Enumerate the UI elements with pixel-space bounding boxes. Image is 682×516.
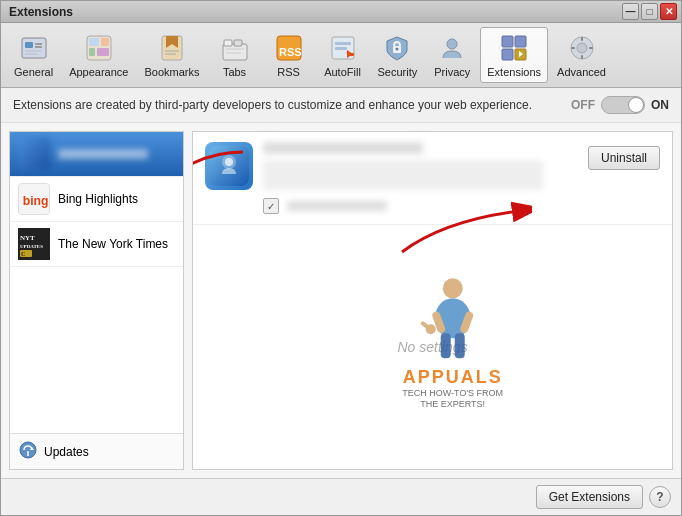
svg-rect-32 xyxy=(502,49,513,60)
svg-text:bing: bing xyxy=(23,194,49,208)
svg-rect-17 xyxy=(234,40,242,46)
svg-text:UPDATES: UPDATES xyxy=(20,244,43,249)
advanced-label: Advanced xyxy=(557,66,606,78)
svg-rect-7 xyxy=(89,38,99,46)
toolbar: General Appearance xyxy=(1,23,681,88)
toggle-off-label: OFF xyxy=(571,98,595,112)
description-text: Extensions are created by third-party de… xyxy=(13,97,571,114)
svg-rect-8 xyxy=(101,38,109,46)
svg-rect-24 xyxy=(335,47,347,50)
toolbar-item-advanced[interactable]: Advanced xyxy=(550,27,613,83)
maximize-button[interactable]: □ xyxy=(641,3,658,20)
svg-text:RSS: RSS xyxy=(279,46,302,58)
appearance-icon xyxy=(83,32,115,64)
rss-icon: RSS xyxy=(273,32,305,64)
svg-rect-39 xyxy=(589,47,593,49)
autofill-label: AutoFill xyxy=(324,66,361,78)
general-icon xyxy=(18,32,50,64)
svg-rect-38 xyxy=(571,47,575,49)
bottom-bar: Get Extensions ? xyxy=(1,478,681,515)
svg-text:NYT: NYT xyxy=(20,234,35,242)
rss-label: RSS xyxy=(277,66,300,78)
extensions-toggle[interactable] xyxy=(601,96,645,114)
bing-name: Bing Highlights xyxy=(58,192,138,206)
uninstall-button[interactable]: Uninstall xyxy=(588,146,660,170)
left-panel: bing Bing Highlights NYT UPDATES xyxy=(9,131,184,470)
extension-detail-name xyxy=(263,142,423,154)
svg-point-28 xyxy=(396,48,399,51)
toolbar-item-appearance[interactable]: Appearance xyxy=(62,27,135,83)
svg-rect-1 xyxy=(25,42,33,48)
nyt-name: The New York Times xyxy=(58,237,168,251)
window-title: Extensions xyxy=(9,5,73,19)
toolbar-item-privacy[interactable]: Privacy xyxy=(426,27,478,83)
bing-icon: bing xyxy=(18,183,50,215)
extensions-window: Extensions — □ ✕ General xyxy=(0,0,682,516)
extensions-label: Extensions xyxy=(487,66,541,78)
svg-rect-9 xyxy=(89,48,95,56)
svg-point-29 xyxy=(447,39,457,49)
selected-ext-icon xyxy=(18,138,50,170)
appearance-label: Appearance xyxy=(69,66,128,78)
toggle-knob xyxy=(628,97,644,113)
arrow-2 xyxy=(392,182,532,262)
svg-rect-37 xyxy=(581,55,583,59)
toolbar-item-security[interactable]: Security xyxy=(371,27,425,83)
svg-rect-23 xyxy=(335,42,351,45)
toggle-area: OFF ON xyxy=(571,96,669,114)
updates-label: Updates xyxy=(44,445,89,459)
toolbar-item-general[interactable]: General xyxy=(7,27,60,83)
svg-point-50 xyxy=(27,454,29,456)
extensions-icon xyxy=(498,32,530,64)
main-panels: bing Bing Highlights NYT UPDATES xyxy=(1,123,681,478)
svg-rect-26 xyxy=(348,53,354,56)
window-controls: — □ ✕ xyxy=(622,3,677,20)
svg-rect-10 xyxy=(97,48,109,56)
no-settings-text: No settings xyxy=(397,339,467,355)
minimize-button[interactable]: — xyxy=(622,3,639,20)
list-item[interactable] xyxy=(10,132,183,177)
help-button[interactable]: ? xyxy=(649,486,671,508)
title-bar: Extensions — □ ✕ xyxy=(1,1,681,23)
svg-rect-0 xyxy=(22,38,46,58)
security-icon xyxy=(381,32,413,64)
bookmarks-icon xyxy=(156,32,188,64)
toolbar-item-tabs[interactable]: Tabs xyxy=(209,27,261,83)
advanced-icon xyxy=(566,32,598,64)
ext-detail-checkbox: ✓ xyxy=(263,198,279,214)
svg-point-53 xyxy=(225,158,233,166)
toolbar-item-bookmarks[interactable]: Bookmarks xyxy=(137,27,206,83)
toolbar-item-rss[interactable]: RSS RSS xyxy=(263,27,315,83)
content-area: Extensions are created by third-party de… xyxy=(1,88,681,478)
svg-text:C: C xyxy=(21,251,25,257)
updates-icon xyxy=(18,440,38,463)
svg-rect-31 xyxy=(515,36,526,47)
svg-point-35 xyxy=(577,43,587,53)
ext-detail-label xyxy=(287,201,387,211)
privacy-icon xyxy=(436,32,468,64)
toggle-on-label: ON xyxy=(651,98,669,112)
privacy-label: Privacy xyxy=(434,66,470,78)
list-item[interactable]: NYT UPDATES C The New York Times xyxy=(10,222,183,267)
svg-rect-30 xyxy=(502,36,513,47)
general-label: General xyxy=(14,66,53,78)
security-label: Security xyxy=(378,66,418,78)
tabs-icon xyxy=(219,32,251,64)
toolbar-item-autofill[interactable]: AutoFill xyxy=(317,27,369,83)
nyt-icon: NYT UPDATES C xyxy=(18,228,50,260)
svg-rect-16 xyxy=(224,40,232,46)
toolbar-item-extensions[interactable]: Extensions xyxy=(480,27,548,83)
description-bar: Extensions are created by third-party de… xyxy=(1,88,681,123)
close-button[interactable]: ✕ xyxy=(660,3,677,20)
tabs-label: Tabs xyxy=(223,66,246,78)
selected-ext-name xyxy=(58,149,148,159)
updates-footer[interactable]: Updates xyxy=(10,433,183,469)
right-panel: ✓ Uninstall No settings xyxy=(192,131,673,470)
extension-detail-icon xyxy=(205,142,253,190)
extension-list: bing Bing Highlights NYT UPDATES xyxy=(10,132,183,433)
get-extensions-button[interactable]: Get Extensions xyxy=(536,485,643,509)
autofill-icon xyxy=(327,32,359,64)
list-item[interactable]: bing Bing Highlights xyxy=(10,177,183,222)
bookmarks-label: Bookmarks xyxy=(144,66,199,78)
svg-rect-36 xyxy=(581,37,583,41)
